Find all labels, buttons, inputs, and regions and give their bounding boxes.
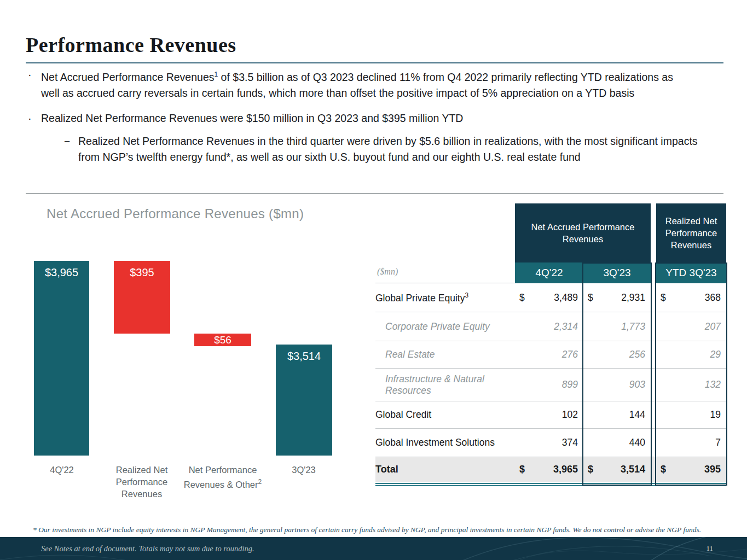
table-row-infrastructure-natural-resources: Infrastructure & Natural Resources 899 9… <box>375 369 726 401</box>
chart-title: Net Accrued Performance Revenues ($mn) <box>47 206 304 221</box>
table-row-global-private-equity: Global Private Equity3 $3,489 $2,931 $36… <box>375 283 726 312</box>
footer-note: See Notes at end of document. Totals may… <box>41 537 254 560</box>
table-group-header-net-accrued: Net Accrued Performance Revenues <box>515 203 651 262</box>
cell-4q22: 2,314 <box>515 321 583 332</box>
chart-bar-4q22: $3,965 <box>34 261 89 456</box>
bar-value-label: $56 <box>194 334 251 346</box>
sub-bullet-text: Realized Net Performance Revenues in the… <box>78 133 699 165</box>
bar-value-label: $3,965 <box>34 261 89 279</box>
row-label: Global Investment Solutions <box>375 437 515 448</box>
x-axis-label-realized-net: Realized Net Performance Revenues <box>95 464 188 500</box>
cell-ytd: 19 <box>656 409 726 421</box>
total-double-rule <box>375 485 726 486</box>
table-row-global-credit: Global Credit 102 144 19 <box>375 401 726 428</box>
bullet-net-accrued: · Net Accrued Performance Revenues1 of $… <box>26 67 721 101</box>
chart-bar-3q23: $3,514 <box>276 345 332 456</box>
bullet-realized: · Realized Net Performance Revenues were… <box>26 110 721 126</box>
cell-ytd: 29 <box>656 349 726 360</box>
footnote-ref-3: 3 <box>465 291 468 299</box>
cell-3q23: $2,931 <box>583 292 651 304</box>
cell-ytd: 7 <box>656 437 726 448</box>
cell-ytd: $395 <box>656 464 726 475</box>
table-col-header-3q23: 3Q'23 <box>583 262 651 283</box>
row-label: Corporate Private Equity <box>375 321 515 332</box>
x-axis-label-3q23: 3Q'23 <box>257 464 350 476</box>
footer-bar: See Notes at end of document. Totals may… <box>0 537 747 560</box>
table-row-real-estate: Real Estate 276 256 29 <box>375 341 726 368</box>
table-col-header-ytd-3q23: YTD 3Q'23 <box>656 262 726 283</box>
cell-4q22: 899 <box>515 379 583 390</box>
cell-4q22: 374 <box>515 437 583 448</box>
row-label: Total <box>375 464 515 475</box>
bullet-list: · Net Accrued Performance Revenues1 of $… <box>26 65 721 165</box>
table-row-global-investment-solutions: Global Investment Solutions 374 440 7 <box>375 429 726 457</box>
bar-value-label: $395 <box>114 261 170 279</box>
cell-4q22: $3,965 <box>515 464 583 475</box>
x-axis-label-net-other: Net Performance Revenues & Other2 <box>176 464 269 491</box>
cell-3q23: 440 <box>583 437 651 448</box>
cell-ytd: 132 <box>656 379 726 390</box>
bullet-text: Net Accrued Performance Revenues1 of $3.… <box>41 67 686 101</box>
bullet-dot: · <box>26 67 41 83</box>
row-label: Real Estate <box>375 349 515 360</box>
cell-3q23: 144 <box>583 409 651 421</box>
performance-revenues-table: Net Accrued Performance Revenues Realize… <box>375 203 726 488</box>
cell-3q23: 256 <box>583 349 651 360</box>
total-double-rule <box>375 483 726 484</box>
row-label: Global Credit <box>375 409 515 421</box>
cell-3q23: $3,514 <box>583 464 651 475</box>
footnote-ref-2: 2 <box>258 478 262 486</box>
title-divider <box>26 62 723 63</box>
x-axis-label-4q22: 4Q'22 <box>15 464 108 476</box>
slide: Performance Revenues · Net Accrued Perfo… <box>0 0 747 560</box>
cell-4q22: $3,489 <box>515 292 583 304</box>
chart-bar-realized-net: $395 <box>114 261 170 334</box>
chart-bar-net-other: $56 <box>194 334 251 346</box>
table-row-corporate-private-equity: Corporate Private Equity 2,314 1,773 207 <box>375 312 726 341</box>
bullet-dot: · <box>26 110 41 126</box>
table-col-header-4q22: 4Q'22 <box>515 262 583 283</box>
cell-ytd: $368 <box>656 292 726 304</box>
cell-4q22: 102 <box>515 409 583 421</box>
cell-4q22: 276 <box>515 349 583 360</box>
bullet-text: Realized Net Performance Revenues were $… <box>41 110 463 126</box>
section-divider <box>26 193 723 194</box>
bar-value-label: $3,514 <box>276 345 332 363</box>
table-units-label: ($mn) <box>377 267 398 277</box>
cell-ytd: 207 <box>656 321 726 332</box>
cell-3q23: 1,773 <box>583 321 651 332</box>
page-number: 11 <box>706 537 713 560</box>
row-label: Infrastructure & Natural Resources <box>375 374 515 396</box>
table-row-total: Total $3,965 $3,514 $395 <box>375 457 726 482</box>
cell-3q23: 903 <box>583 379 651 390</box>
sub-bullet-realizations: − Realized Net Performance Revenues in t… <box>64 133 721 165</box>
row-label: Global Private Equity3 <box>375 291 515 304</box>
asterisk-footnote: * Our investments in NGP include equity … <box>33 526 725 534</box>
sub-bullet-dash: − <box>64 133 78 149</box>
table-group-header-realized-net: Realized Net Performance Revenues <box>656 203 726 262</box>
page-title: Performance Revenues <box>26 33 236 57</box>
